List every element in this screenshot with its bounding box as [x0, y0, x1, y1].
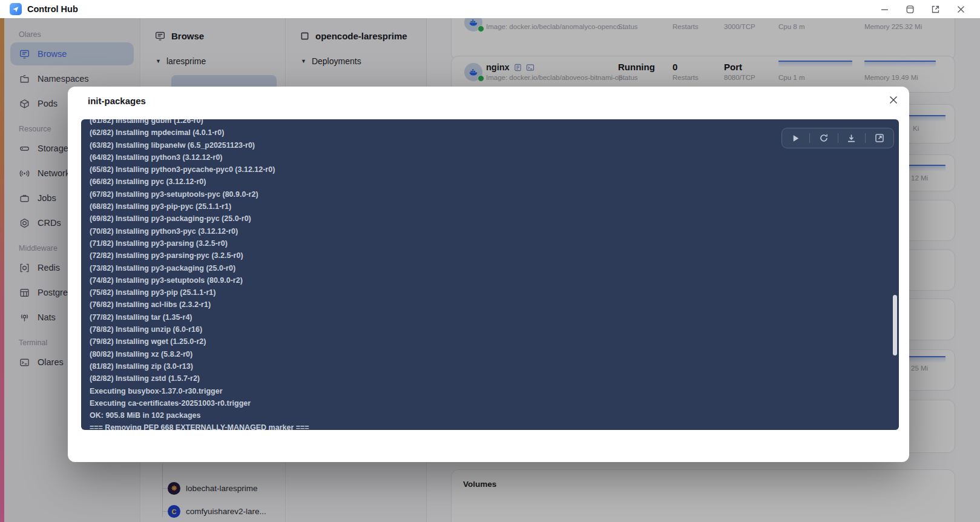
- app-window: Control Hub OlaresBrowseNamespacesPodsRe…: [0, 0, 980, 522]
- log-line: (78/82) Installing unzip (6.0-r16): [90, 323, 899, 335]
- log-modal: init-packages (61/82) Installing gdbm (1…: [68, 87, 909, 462]
- refresh-icon[interactable]: [819, 133, 829, 143]
- open-external-icon[interactable]: [931, 5, 940, 14]
- log-line: (64/82) Installing python3 (3.12.12-r0): [90, 151, 899, 164]
- open-external-icon[interactable]: [875, 133, 884, 143]
- log-line: (67/82) Installing py3-setuptools-pyc (8…: [90, 188, 899, 200]
- download-icon[interactable]: [847, 134, 856, 143]
- log-line: === Removing PEP 668 EXTERNALLY-MANAGED …: [90, 421, 899, 430]
- app-title: Control Hub: [27, 4, 78, 14]
- toolbar-divider: [838, 133, 838, 143]
- log-line: (81/82) Installing zip (3.0-r13): [90, 360, 899, 372]
- log-line: (71/82) Installing py3-parsing (3.2.5-r0…: [90, 237, 899, 249]
- log-line: (63/82) Installing libpanelw (6.5_p20251…: [90, 139, 899, 151]
- log-line: (61/82) Installing gdbm (1.26-r0): [90, 119, 899, 127]
- log-toolbar: [781, 128, 894, 148]
- log-line: (69/82) Installing py3-packaging-pyc (25…: [90, 213, 899, 225]
- modal-close-icon[interactable]: [888, 94, 899, 105]
- log-line: (66/82) Installing pyc (3.12.12-r0): [90, 176, 899, 188]
- log-line: (74/82) Installing py3-setuptools (80.9.…: [90, 274, 899, 286]
- close-window-icon[interactable]: [956, 5, 965, 14]
- modal-title: init-packages: [88, 96, 146, 106]
- log-line: (73/82) Installing py3-packaging (25.0-r…: [90, 262, 899, 274]
- log-line: (68/82) Installing py3-pip-pyc (25.1.1-r…: [90, 200, 899, 213]
- log-line: (72/82) Installing py3-parsing-pyc (3.2.…: [90, 249, 899, 262]
- play-icon[interactable]: [791, 134, 800, 143]
- toolbar-divider: [865, 133, 866, 143]
- log-line: (80/82) Installing xz (5.8.2-r0): [90, 348, 899, 360]
- log-line: (75/82) Installing py3-pip (25.1.1-r1): [90, 286, 899, 299]
- log-line: Executing ca-certificates-20251003-r0.tr…: [90, 397, 899, 409]
- app-icon: [10, 3, 22, 15]
- log-line: (70/82) Installing python3-pyc (3.12.12-…: [90, 225, 899, 237]
- toolbar-divider: [809, 133, 810, 143]
- log-line: (62/82) Installing mpdecimal (4.0.1-r0): [90, 127, 899, 139]
- maximize-icon[interactable]: [906, 5, 915, 14]
- log-line: (76/82) Installing acl-libs (2.3.2-r1): [90, 299, 899, 311]
- log-line: (65/82) Installing python3-pycache-pyc0 …: [90, 164, 899, 176]
- log-terminal[interactable]: (61/82) Installing gdbm (1.26-r0)(62/82)…: [81, 119, 899, 430]
- log-line: Executing busybox-1.37.0-r30.trigger: [90, 385, 899, 397]
- log-line: (82/82) Installing zstd (1.5.7-r2): [90, 372, 899, 385]
- log-line: (77/82) Installing tar (1.35-r4): [90, 311, 899, 323]
- log-line: OK: 905.8 MiB in 102 packages: [90, 409, 899, 421]
- titlebar: Control Hub: [0, 0, 980, 18]
- window-controls: [880, 5, 980, 14]
- log-lines: (61/82) Installing gdbm (1.26-r0)(62/82)…: [81, 119, 899, 430]
- minimize-icon[interactable]: [880, 5, 889, 14]
- terminal-scrollbar-thumb[interactable]: [893, 295, 897, 355]
- log-line: (79/82) Installing wget (1.25.0-r2): [90, 335, 899, 348]
